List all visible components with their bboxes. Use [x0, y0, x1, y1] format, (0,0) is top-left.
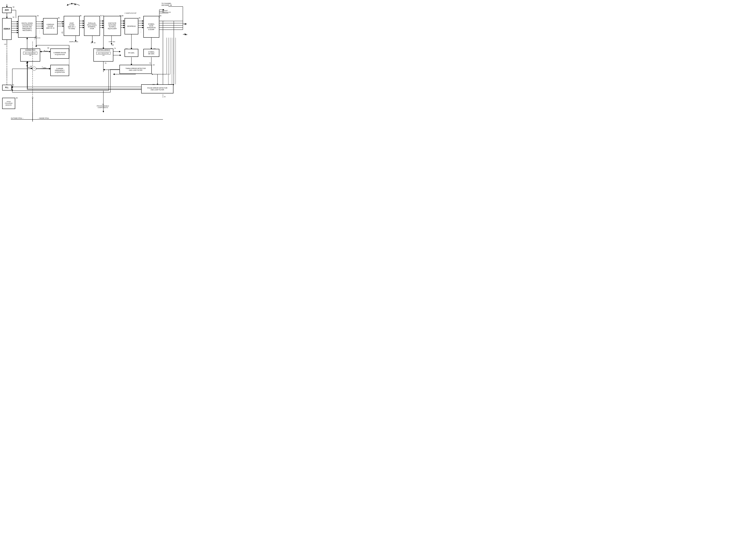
chip-rate-block: CHIP RATEMATCHEDFILTER &EQUALIZER: [103, 16, 121, 36]
label-84: 84: [16, 97, 18, 99]
label-62: 62: [26, 62, 28, 64]
label-offset-switch: OFFSETSWITCH,104: [162, 10, 171, 13]
lpf-block: LOWPASSFILTER(DEC BY 2): [43, 18, 58, 34]
controller-nco-outer: CONTROLLER/NCO ACC REGISTER 110: [93, 49, 113, 62]
pll-block: PLL: [2, 85, 12, 90]
carrier-freq-acq-block: CARRIERFREQUENCYACQUISITION: [50, 65, 69, 76]
demux-block: DEMUX: [2, 18, 12, 40]
carrier-phase-acq-block: CARRIER PHASEACQUISITION: [50, 49, 69, 59]
despread-block: DESPREAD: [125, 18, 138, 34]
label-74: 74: [114, 48, 116, 49]
label-76: 76: [105, 62, 106, 64]
symbol-stb-gen-block: SYMBOLStb GEN.: [143, 49, 159, 57]
label-f-offset: f offset: [42, 66, 46, 68]
svg-text:·: ·: [141, 30, 141, 32]
label-86: 86: [58, 17, 60, 19]
label-chip-strb: CHIP Strb: [109, 41, 115, 43]
label-q: Q: [62, 32, 63, 34]
label-80: 80: [32, 97, 33, 99]
label-90: 90: [139, 17, 140, 19]
label-166: 166: [111, 44, 114, 46]
svg-text:·: ·: [39, 29, 40, 31]
label-64: 64: [164, 96, 166, 97]
summing-junction: +: [32, 67, 36, 70]
parallel-block: PARALLELFRACTIONALINTERPOL-ATOR: [84, 16, 100, 36]
label-60: 60: [48, 47, 49, 49]
label-to-programmable: TOPROGRAMMABLECOMPONENTS: [97, 103, 109, 108]
label-108: 108: [30, 66, 32, 67]
ddc-block: DIGITAL DOWNCONVERSION(PHASE ANDFREQUENC…: [18, 16, 36, 38]
svg-text:·: ·: [141, 31, 141, 34]
label-142: 142,SIN/COS: [35, 36, 40, 39]
label-to-channel: TO CHANNELDECODER, 38: [162, 3, 172, 6]
label-88: 88: [80, 15, 81, 17]
label-36: 36: [74, 3, 76, 5]
label-phi-offset: φoffset: [44, 50, 48, 52]
label-102: 102: [153, 84, 155, 85]
phase-error-block: PHASE ERROR DETECTORAND LOOP FILTER: [141, 84, 174, 93]
label-100: 100: [153, 64, 155, 66]
label-50: 50: [13, 6, 14, 8]
label-116: 116: [4, 44, 6, 45]
timing-error-block: TIMING ERROR DETECTORAND LOOP FILTER: [119, 65, 152, 74]
label-outside-fpga: OUTSIDE FPGA ←: [11, 117, 24, 119]
label-sample-strb: SAMPLE Strb: [69, 41, 78, 43]
label-66-68: 66,68: [119, 15, 123, 17]
label-iot: IOT: [184, 23, 187, 25]
label-92: 92: [160, 15, 161, 17]
label-qot: QOT: [184, 33, 188, 36]
carrier-nco-outer: CARRIER NCO ACC REGISTER 106: [20, 49, 40, 62]
svg-text:·: ·: [39, 30, 40, 33]
label-i: I: [62, 22, 62, 24]
label-78: 78: [149, 62, 151, 64]
label-52: 52: [13, 16, 14, 18]
label-mu: μ₁···μ₄: [91, 42, 96, 44]
fpga-block: FPGAPROGRAMMEMORY: [2, 98, 15, 109]
svg-text:·: ·: [39, 32, 40, 34]
svg-text:·: ·: [141, 28, 141, 31]
symbol-rate-block: SYMBOLRATEINTEGRATE& DUMP: [143, 16, 159, 38]
label-82: 82: [12, 84, 14, 86]
label-54: 54: [37, 15, 39, 17]
label-2samples: 2 SAMPLES/CHIP: [125, 12, 137, 14]
label-112: 112: [125, 48, 128, 50]
ph-gen-block: PH GEN.: [125, 49, 138, 57]
label-114: 114: [153, 48, 156, 50]
svg-line-118: [27, 67, 32, 68]
adc-block: ADC: [2, 7, 12, 13]
label-inside-fpga: → INSIDE FPGA: [37, 117, 49, 119]
hvdf-block: HVDFFILTER(DEC BY 1TO 2000): [64, 16, 80, 36]
label-70-72: 70,72: [100, 15, 104, 17]
